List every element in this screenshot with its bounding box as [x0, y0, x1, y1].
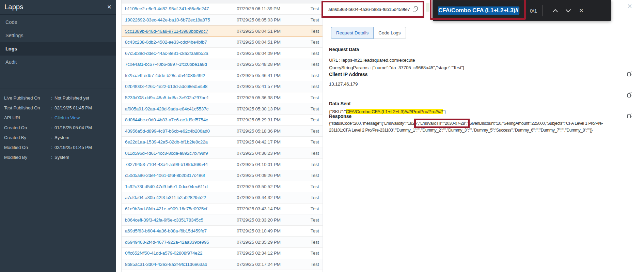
api-url-link[interactable]: Click to View [54, 115, 80, 120]
sidebar-close-icon[interactable]: × [107, 3, 111, 10]
meta-row: Live Published On:Not Published yet [4, 93, 116, 103]
log-row[interactable]: 1c92c73f-d540-47d9-b6e1-0dcc04ec611d07/2… [122, 181, 323, 193]
log-row[interactable]: b064ceff-39f3-42fa-9f6e-c335178345c507/2… [122, 214, 323, 226]
log-timestamp: 07/29/25 05:41:57 PM [233, 81, 306, 92]
log-row[interactable]: 19022692-83ec-442e-ba10-6b72ec18a87507/2… [122, 15, 323, 26]
meta-label: Live Published On [4, 95, 51, 101]
log-id-link[interactable]: 523fb008-dd9c-48a5-bd8a-3e902a297be1 [122, 92, 233, 103]
response-line-2: 231101;CFA Level 2 Pro/Pre-231103","Dumm… [329, 128, 593, 133]
sidebar-metadata: Live Published On:Not Published yetTest … [0, 89, 116, 162]
log-id-link[interactable]: 02b4f033-426c-4e22-b13d-adc68ed5e5f8 [122, 81, 233, 92]
meta-label: Modified By [4, 155, 51, 160]
log-id-link[interactable]: 8b85ac31-3d04-42e3-8a3f-9fc11d6e63ab [122, 259, 233, 270]
log-timestamp: 07/29/25 03:43:14 PM [233, 203, 306, 214]
log-row[interactable]: 011d596d-4d61-4cc8-8cda-a892c7b798f907/2… [122, 148, 323, 159]
sidebar: Lapps × CodeSettingsLogsAudit Live Publi… [0, 0, 116, 272]
log-row[interactable]: b1105ee2-e6e9-4d82-95af-341e86a6e24707/2… [122, 3, 323, 15]
log-row[interactable]: 73279453-7104-43a4-aa99-b18fdcf6854407/2… [122, 159, 323, 170]
log-id-link[interactable]: 5cc1389b-846d-46a8-9711-f3988bbb9dc7 [122, 26, 233, 36]
lapps-app: Lapps × CodeSettingsLogsAudit Live Publi… [0, 0, 644, 272]
log-row[interactable]: 0ffc652f-ff50-41dd-a579-02808f974e2207/2… [122, 248, 323, 259]
log-row[interactable]: fe25aa4f-edb7-4dde-b28c-d54408f549f207/2… [122, 70, 323, 81]
meta-value: 02/19/25 01:45 PM [54, 145, 92, 150]
sidebar-item-settings[interactable]: Settings [0, 29, 116, 42]
log-row[interactable]: 8b85ac31-3d04-42e3-8a3f-9fc11d6e63ab07/2… [122, 259, 323, 270]
log-row[interactable]: 523fb008-dd9c-48a5-bd8a-3e902a297be107/2… [122, 92, 323, 104]
log-id-link[interactable]: 43956a5d-d899-4c87-b6cb-e62c4b206ad0 [122, 126, 233, 137]
log-row-highlighted[interactable]: 5cc1389b-846d-46a8-9711-f3988bbb9dc707/2… [122, 26, 323, 37]
sidebar-item-audit[interactable]: Audit [0, 56, 116, 69]
log-row[interactable]: af905a91-92aa-428d-9ada-e84c41c5537c07/2… [122, 103, 323, 115]
close-icon: × [579, 6, 583, 15]
log-row[interactable]: 61c9b3ad-8fdb-421e-a909-16c75e0925cf07/2… [122, 203, 323, 215]
log-row[interactable]: c50d5a96-2def-4061-bf6f-8b2b317c486f07/2… [122, 170, 323, 181]
log-stage: Test [306, 217, 323, 223]
log-row[interactable]: a7cf0a04-a30b-42f3-b311-b2a0282f552207/2… [122, 192, 323, 203]
log-row[interactable]: 67c5b39d-ddec-44ac-8e31-c8a2f3a9b52a07/2… [122, 48, 323, 59]
log-id-link[interactable]: b1105ee2-e6e9-4d82-95af-341e86a6e247 [122, 3, 233, 14]
sidebar-item-logs[interactable]: Logs [0, 42, 116, 56]
log-id-link[interactable]: 6e22d1aa-1539-42a5-82db-bf1b2fe8c22a [122, 137, 233, 148]
log-row[interactable]: 02b4f033-426c-4e22-b13d-adc68ed5e5f807/2… [122, 81, 323, 92]
log-timestamp: 07/29/25 06:11:39 PM [233, 3, 306, 14]
log-row[interactable]: 8c43c238-0db2-4502-ae33-cdcf4be4bfb707/2… [122, 37, 323, 48]
log-id-link[interactable]: d6949463-2f4d-4677-922a-42aa339ce995 [122, 237, 233, 247]
log-id-link[interactable]: 011d596d-4d61-4cc8-8cda-a892c7b798f9 [122, 148, 233, 159]
log-id-link[interactable]: 61c9b3ad-8fdb-421e-a909-16c75e0925cf [122, 203, 233, 214]
log-stage: Test [306, 6, 323, 11]
tab-request-details[interactable]: Request Details [331, 27, 374, 39]
log-id-link[interactable]: c50d5a96-2def-4061-bf6f-8b2b317c486f [122, 170, 233, 181]
log-id-link[interactable]: 73279453-7104-43a4-aa99-b18fdcf68544 [122, 159, 233, 170]
log-id-link[interactable]: 67c5b39d-ddec-44ac-8e31-c8a2f3a9b52a [122, 48, 233, 59]
log-id-link[interactable]: 5375f950-7224-498b-ab20-e581c22bfff0 [122, 270, 233, 272]
log-id-link[interactable]: a7cf0a04-a30b-42f3-b311-b2a0282f5522 [122, 192, 233, 203]
data-sent-heading: Data Sent [329, 101, 351, 106]
log-row[interactable]: 5375f950-7224-498b-ab20-e581c22bfff007/2… [122, 270, 323, 272]
log-timestamp: 07/29/25 02:34:12 PM [233, 248, 306, 259]
log-row[interactable]: 43956a5d-d899-4c87-b6cb-e62c4b206ad007/2… [122, 126, 323, 137]
log-id-link[interactable]: 1c92c73f-d540-47d9-b6e1-0dcc04ec611d [122, 181, 233, 192]
chevron-down-icon [565, 9, 571, 13]
copy-request-id-icon[interactable] [413, 6, 418, 12]
copy-client-ip-icon[interactable] [627, 71, 632, 78]
log-row[interactable]: 6e22d1aa-1539-42a5-82db-bf1b2fe8c22a07/2… [122, 137, 323, 148]
log-id-link[interactable]: 7c0e4af1-bc67-40b6-b897-1fcc0bbe1a8d [122, 59, 233, 70]
log-timestamp: 07/29/25 05:36:38 PM [233, 92, 306, 103]
find-next-button[interactable] [562, 4, 575, 17]
log-id-link[interactable]: a69d5f63-b604-4a36-b88a-f6b15d459fe7 [122, 226, 233, 237]
copy-response-icon[interactable] [627, 113, 632, 120]
chevron-up-icon [552, 9, 558, 13]
log-timestamp: 07/29/25 04:42:17 PM [233, 137, 306, 148]
log-row[interactable]: a69d5f63-b604-4a36-b88a-f6b15d459fe707/2… [122, 226, 323, 237]
meta-value: System [54, 135, 69, 140]
log-id-link[interactable]: 0ffc652f-ff50-41dd-a579-02808f974e22 [122, 248, 233, 259]
log-timestamp: 07/29/25 06:04:51 PM [233, 37, 306, 48]
find-input[interactable]: CFA/Combo CFA (L1+L2+L3)// [438, 6, 526, 15]
log-stage: Test [306, 106, 323, 111]
log-row[interactable]: d6949463-2f4d-4677-922a-42aa339ce99507/2… [122, 237, 323, 248]
log-id-link[interactable]: af905a91-92aa-428d-9ada-e84c41c5537c [122, 103, 233, 114]
log-id-link[interactable]: 8d0644bc-c0d0-4b83-a7e6-ac1d9cf5754c [122, 115, 233, 125]
find-query-text: CFA/Combo CFA (L1+L2+L3)// [438, 6, 519, 15]
log-id-link[interactable]: b064ceff-39f3-42fa-9f6e-c335178345c5 [122, 214, 233, 225]
find-match-count: 0/1 [530, 8, 537, 14]
browser-find-bar: CFA/Combo CFA (L1+L2+L3)// 0/1 × [433, 0, 611, 21]
section-divider [329, 94, 640, 94]
log-stage: Test [306, 84, 323, 89]
tab-code-logs[interactable]: Code Logs [373, 27, 406, 39]
panel-close-icon[interactable]: × [627, 2, 632, 10]
log-id-link[interactable]: 8c43c238-0db2-4502-ae33-cdcf4be4bfb7 [122, 37, 233, 48]
sidebar-item-code[interactable]: Code [0, 16, 116, 29]
log-stage: Test [306, 95, 323, 100]
find-previous-button[interactable] [549, 4, 562, 17]
log-stage: Test [306, 195, 323, 200]
log-table-header-strip [122, 0, 323, 3]
log-row[interactable]: 7c0e4af1-bc67-40b6-b897-1fcc0bbe1a8d07/2… [122, 59, 323, 70]
log-id-link[interactable]: 19022692-83ec-442e-ba10-6b72ec18a875 [122, 15, 233, 26]
meta-value: 01/15/25 05:04 PM [54, 125, 92, 130]
copy-data-sent-icon[interactable] [627, 92, 632, 99]
log-row[interactable]: 8d0644bc-c0d0-4b83-a7e6-ac1d9cf5754c07/2… [122, 115, 323, 126]
find-close-button[interactable]: × [575, 4, 588, 17]
app-title: Lapps [4, 3, 23, 11]
log-id-link[interactable]: fe25aa4f-edb7-4dde-b28c-d54408f549f2 [122, 70, 233, 81]
